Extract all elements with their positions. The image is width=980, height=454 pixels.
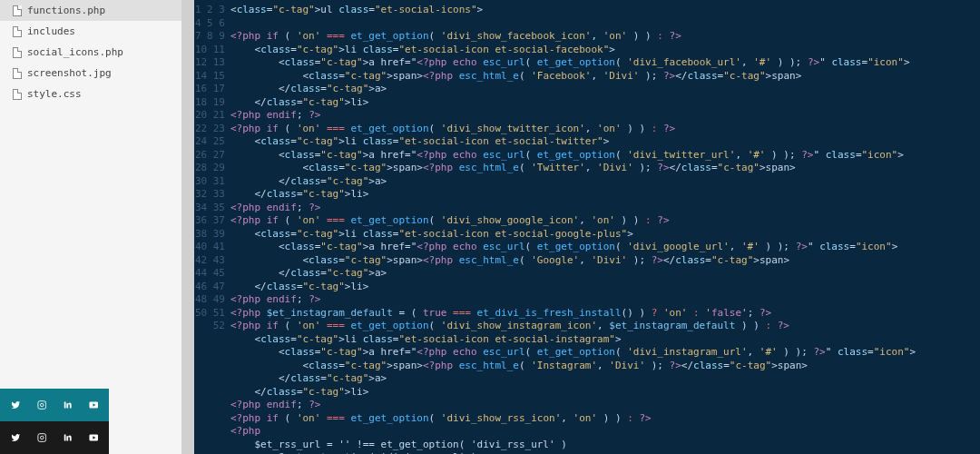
file-item[interactable]: functions.php bbox=[0, 0, 181, 21]
file-name: style.css bbox=[27, 88, 82, 100]
instagram-icon bbox=[37, 430, 47, 445]
svg-point-5 bbox=[44, 435, 44, 436]
youtube-icon bbox=[89, 430, 99, 445]
file-list: functions.php includes social_icons.php … bbox=[0, 0, 181, 454]
file-item[interactable]: social_icons.php bbox=[0, 42, 181, 63]
svg-point-4 bbox=[40, 436, 44, 439]
file-name: includes bbox=[27, 25, 75, 37]
linkedin-icon bbox=[63, 398, 73, 412]
file-item[interactable]: includes bbox=[0, 21, 181, 42]
svg-point-1 bbox=[40, 403, 44, 407]
file-icon bbox=[13, 5, 22, 16]
instagram-icon bbox=[37, 398, 47, 412]
svg-point-2 bbox=[44, 402, 44, 403]
code-area[interactable]: <class="c-tag">ul class="et-social-icons… bbox=[230, 0, 980, 454]
twitter-icon bbox=[11, 430, 21, 445]
file-icon bbox=[13, 47, 22, 58]
file-explorer-sidebar: functions.php includes social_icons.php … bbox=[0, 0, 181, 454]
svg-rect-3 bbox=[37, 434, 45, 442]
linkedin-icon bbox=[63, 430, 73, 445]
file-icon bbox=[13, 68, 22, 79]
panel-divider[interactable] bbox=[181, 0, 194, 454]
file-name: screenshot.jpg bbox=[27, 67, 112, 79]
youtube-icon bbox=[89, 398, 99, 412]
folder-icon bbox=[13, 26, 22, 37]
file-item[interactable]: screenshot.jpg bbox=[0, 63, 181, 84]
file-icon bbox=[13, 89, 22, 100]
file-item[interactable]: style.css bbox=[0, 84, 181, 104]
social-bar-dark bbox=[0, 421, 109, 454]
code-editor[interactable]: 1 2 3 4 5 6 7 8 9 10 11 12 13 14 15 16 1… bbox=[194, 0, 980, 454]
social-bar-teal bbox=[0, 389, 109, 421]
line-number-gutter: 1 2 3 4 5 6 7 8 9 10 11 12 13 14 15 16 1… bbox=[194, 0, 230, 454]
social-preview bbox=[0, 389, 109, 454]
file-name: social_icons.php bbox=[27, 46, 123, 58]
svg-rect-0 bbox=[37, 401, 45, 410]
file-name: functions.php bbox=[27, 5, 105, 16]
twitter-icon bbox=[11, 398, 21, 412]
